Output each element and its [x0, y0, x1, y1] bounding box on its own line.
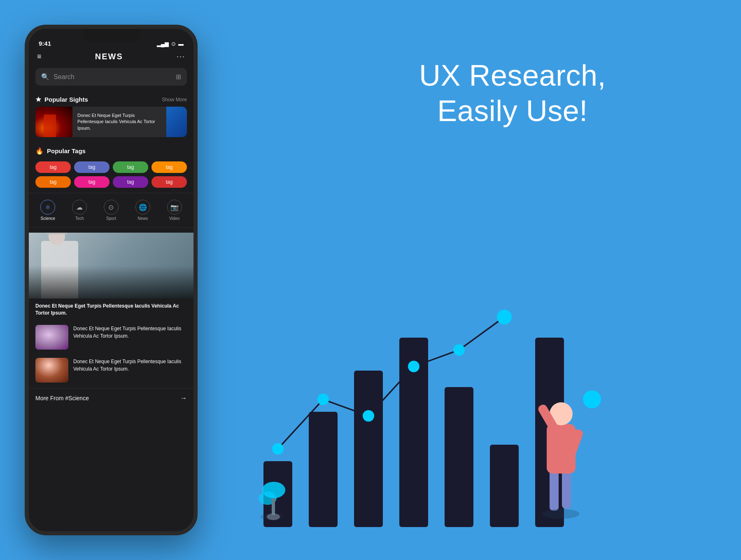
filter-icon[interactable]: ⊞ — [176, 73, 181, 81]
category-news[interactable]: 🌐 News — [128, 196, 158, 224]
search-placeholder[interactable]: Search — [54, 73, 172, 81]
popular-sights-header: ★ Popular Sights Show More — [29, 92, 193, 107]
svg-point-11 — [453, 344, 465, 356]
svg-point-10 — [408, 361, 419, 372]
categories: ⚛ Science ☁ Tech ⊙ Sport 🌐 News 📷 Vi — [29, 193, 193, 228]
sights-image-right — [166, 107, 187, 137]
star-icon: ★ — [35, 96, 41, 103]
svg-rect-4 — [445, 387, 473, 527]
status-icons: ▂▄▆ ⊙ ▬ — [157, 41, 184, 47]
chart-svg — [239, 288, 609, 527]
popular-tags-title: 🔥 Popular Tags — [35, 147, 86, 155]
status-time: 9:41 — [39, 40, 51, 47]
main-article-card[interactable]: Donec Et Neque Eget Turpis Pellentesque … — [29, 233, 193, 321]
screen: 9:41 ▂▄▆ ⊙ ▬ ≡ NEWS ··· 🔍 Search ⊞ — [29, 29, 193, 531]
fire-icon: 🔥 — [35, 147, 44, 155]
main-article-image — [29, 233, 193, 299]
more-icon[interactable]: ··· — [177, 52, 185, 61]
category-tech[interactable]: ☁ Tech — [65, 196, 95, 224]
tech-icon: ☁ — [72, 200, 87, 215]
tech-label: Tech — [75, 216, 84, 221]
menu-icon[interactable]: ≡ — [37, 52, 42, 61]
popular-sights-title: ★ Popular Sights — [35, 96, 88, 103]
svg-point-24 — [543, 509, 580, 519]
news-thumb-1 — [35, 325, 68, 350]
science-icon: ⚛ — [40, 200, 55, 215]
svg-rect-15 — [272, 498, 275, 515]
sights-card[interactable]: Donec Et Neque Eget Turpis Pellentesque … — [35, 107, 187, 137]
more-from-section[interactable]: More From #Science → — [29, 388, 193, 408]
svg-point-9 — [363, 410, 374, 422]
news-item-1-text: Donec Et Neque Eget Turpis Pellentesque … — [73, 325, 187, 340]
tag-3[interactable]: tag — [113, 161, 148, 173]
main-card-overlay — [29, 266, 193, 299]
tag-1[interactable]: tag — [35, 161, 71, 173]
category-video[interactable]: 📷 Video — [159, 196, 189, 224]
app-title: NEWS — [95, 52, 123, 61]
svg-point-12 — [497, 310, 512, 324]
svg-rect-2 — [354, 371, 383, 527]
tag-6[interactable]: tag — [74, 176, 110, 188]
notch — [82, 29, 140, 41]
hero-title: UX Research, Easily Use! — [309, 58, 716, 129]
popular-tags-header: 🔥 Popular Tags — [29, 144, 193, 158]
more-from-arrow: → — [180, 394, 187, 402]
svg-rect-17 — [550, 469, 559, 511]
video-label: Video — [169, 216, 179, 221]
tag-5[interactable]: tag — [35, 176, 71, 188]
popular-sights-label: Popular Sights — [44, 96, 88, 103]
news-thumb-2 — [35, 358, 68, 383]
tag-7[interactable]: tag — [113, 176, 148, 188]
phone-wrapper: 9:41 ▂▄▆ ⊙ ▬ ≡ NEWS ··· 🔍 Search ⊞ — [25, 25, 198, 544]
wifi-icon: ⊙ — [171, 41, 176, 47]
news-icon: 🌐 — [135, 200, 150, 215]
svg-point-25 — [260, 513, 283, 520]
main-article-text: Donec Et Neque Eget Turpis Pellentesque … — [29, 299, 193, 321]
news-item-2[interactable]: Donec Et Neque Eget Turpis Pellentesque … — [29, 354, 193, 387]
category-science[interactable]: ⚛ Science — [33, 196, 63, 224]
hero-text: UX Research, Easily Use! — [309, 58, 716, 129]
tag-8[interactable]: tag — [151, 176, 187, 188]
svg-rect-1 — [309, 412, 338, 527]
news-label: News — [137, 216, 148, 221]
sights-image-left — [35, 107, 72, 137]
svg-point-7 — [272, 443, 284, 455]
category-sport[interactable]: ⊙ Sport — [96, 196, 126, 224]
search-icon: 🔍 — [41, 73, 49, 81]
sights-card-text: Donec Et Neque Eget Turpis Pellentesque … — [72, 108, 166, 135]
tags-grid: tag tag tag tag tag tag tag tag — [29, 158, 193, 193]
tag-2[interactable]: tag — [74, 161, 110, 173]
signal-icon: ▂▄▆ — [157, 41, 169, 47]
svg-rect-18 — [562, 469, 571, 509]
svg-point-23 — [583, 390, 601, 408]
popular-tags-label: Popular Tags — [47, 147, 86, 154]
svg-rect-5 — [490, 445, 519, 527]
search-bar[interactable]: 🔍 Search ⊞ — [35, 68, 187, 86]
science-label: Science — [41, 216, 56, 221]
tag-4[interactable]: tag — [151, 161, 187, 173]
more-from-text: More From #Science — [35, 395, 89, 401]
show-more-button[interactable]: Show More — [162, 97, 187, 103]
sport-icon: ⊙ — [104, 200, 119, 215]
svg-point-8 — [317, 394, 329, 405]
battery-icon: ▬ — [178, 41, 184, 47]
video-icon: 📷 — [167, 200, 182, 215]
news-item-2-text: Donec Et Neque Eget Turpis Pellentesque … — [73, 358, 187, 373]
news-item-1[interactable]: Donec Et Neque Eget Turpis Pellentesque … — [29, 321, 193, 354]
sport-label: Sport — [106, 216, 116, 221]
phone: 9:41 ▂▄▆ ⊙ ▬ ≡ NEWS ··· 🔍 Search ⊞ — [25, 25, 198, 535]
chart-illustration — [239, 280, 729, 527]
